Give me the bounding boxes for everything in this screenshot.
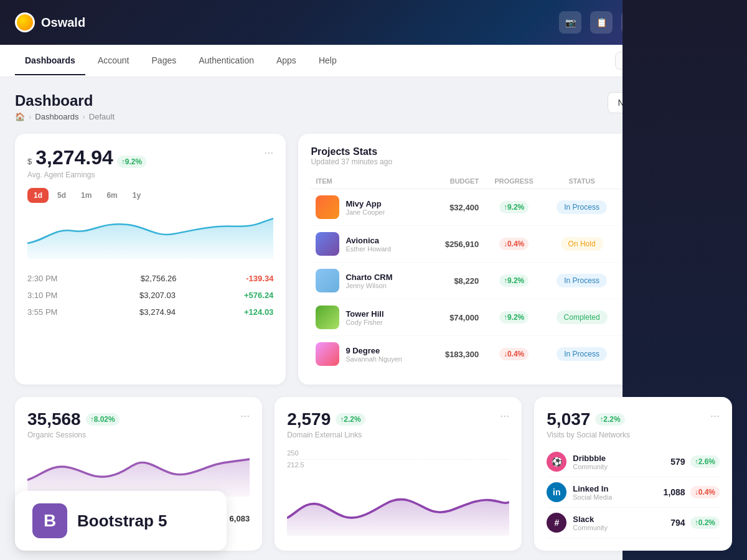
project-view: → — [685, 189, 720, 226]
project-progress: ↓0.4% — [484, 336, 544, 373]
nav-help[interactable]: Help — [309, 47, 347, 75]
project-name: Tower Hill — [345, 309, 383, 319]
projects-table: ITEM BUDGET PROGRESS STATUS CHART VIEW M… — [311, 174, 720, 372]
main-grid-row1: $ 3,274.94 ↑9.2% Avg. Agent Earnings ···… — [15, 134, 732, 385]
page-body: Dashboard 🏠 › Dashboards › Default New P… — [0, 77, 747, 560]
earnings-data-rows: 2:30 PM $2,756.26 -139.34 3:10 PM $3,207… — [27, 270, 273, 320]
filter-5d[interactable]: 5d — [51, 188, 72, 203]
project-thumbnail — [316, 195, 339, 219]
project-thumbnail — [316, 269, 339, 292]
user-avatar[interactable] — [652, 11, 675, 34]
status-badge: On Hold — [561, 237, 603, 251]
social-network-name: Linked In — [573, 484, 612, 493]
filter-1m[interactable]: 1m — [75, 188, 98, 203]
project-info: 9 Degree Savannah Nguyen — [345, 346, 402, 363]
page-title: Dashboard — [15, 92, 115, 110]
filter-6m[interactable]: 6m — [100, 188, 123, 203]
view-button[interactable]: → — [690, 345, 708, 363]
project-thumbnail — [316, 342, 339, 366]
page-header: Dashboard 🏠 › Dashboards › Default New P… — [15, 92, 732, 121]
earnings-more-icon[interactable]: ··· — [264, 146, 273, 159]
data-row-2: 3:10 PM $3,207.03 +576.24 — [27, 287, 273, 304]
project-budget: $8,220 — [430, 263, 484, 299]
domain-y-max: 250 — [287, 449, 298, 457]
project-info: Mivy App Jane Cooper — [345, 199, 385, 216]
project-info: Tower Hill Cody Fisher — [345, 309, 383, 326]
social-network-type: Community — [573, 524, 608, 531]
top-navbar: Oswald 📷 📋 🔗 + Invite — [0, 0, 747, 45]
status-badge: In Process — [557, 274, 607, 287]
data-row-3: 3:55 PM $3,274.94 +124.03 — [27, 304, 273, 320]
domain-number: 2,579 — [287, 409, 331, 429]
table-row: 9 Degree Savannah Nguyen $183,300 ↓0.4% … — [311, 336, 720, 373]
breadcrumb-dashboards[interactable]: Dashboards — [35, 112, 78, 121]
social-count: 1,088 — [664, 487, 685, 497]
search-input[interactable] — [637, 56, 724, 65]
share-icon[interactable]: 🔗 — [621, 11, 644, 34]
nav-account[interactable]: Account — [88, 47, 139, 75]
organic-more-icon[interactable]: ··· — [240, 409, 250, 422]
filter-1d[interactable]: 1d — [27, 188, 49, 203]
status-badge: Completed — [557, 310, 608, 324]
project-status: In Process — [544, 189, 619, 226]
domain-card: 2,579 ↑2.2% Domain External Links ··· 25… — [275, 397, 522, 551]
social-change: ↑2.6% — [690, 455, 720, 468]
col-budget: BUDGET — [430, 174, 484, 189]
project-progress: ↑9.2% — [484, 263, 544, 299]
col-item: ITEM — [311, 174, 430, 189]
nav-pages[interactable]: Pages — [142, 47, 187, 75]
bootstrap-icon: B — [32, 503, 67, 538]
new-project-button[interactable]: New Project — [608, 92, 675, 113]
table-row: Tower Hill Cody Fisher $74,000 ↑9.2% Com… — [311, 299, 720, 336]
clipboard-icon[interactable]: 📋 — [590, 11, 613, 34]
social-count: 579 — [670, 457, 685, 467]
earnings-badge: ↑9.2% — [117, 156, 146, 168]
social-item-right: 794 ↑0.2% — [670, 516, 720, 529]
logo-icon — [15, 12, 35, 32]
view-button[interactable]: → — [690, 272, 708, 289]
history-button[interactable]: History — [680, 146, 720, 162]
camera-icon[interactable]: 📷 — [559, 11, 581, 34]
project-name: Charto CRM — [345, 273, 392, 282]
secondary-navbar: Dashboards Account Pages Authentication … — [0, 45, 747, 77]
nav-dashboards[interactable]: Dashboards — [15, 47, 85, 75]
social-item: # Slack Community 794 ↑0.2% — [547, 508, 720, 538]
col-chart: CHART — [619, 174, 685, 189]
organic-header: 35,568 ↑8.02% Organic Sessions ··· — [27, 409, 250, 439]
project-person: Savannah Nguyen — [345, 355, 402, 363]
project-status: In Process — [544, 263, 619, 299]
project-item: Avionica Esther Howard — [316, 232, 425, 256]
invite-button[interactable]: + Invite — [684, 12, 732, 32]
view-button[interactable]: → — [690, 198, 708, 216]
projects-title: Projects Stats — [311, 146, 392, 157]
domain-more-icon[interactable]: ··· — [500, 409, 509, 422]
header-left: Dashboard 🏠 › Dashboards › Default — [15, 92, 115, 121]
project-name: 9 Degree — [345, 346, 402, 355]
social-network-name: Dribbble — [573, 454, 608, 463]
filter-1y[interactable]: 1y — [126, 188, 147, 203]
mini-chart — [631, 309, 674, 324]
earnings-amount-row: $ 3,274.94 ↑9.2% — [27, 146, 146, 169]
project-person: Cody Fisher — [345, 319, 383, 326]
view-button[interactable]: → — [690, 309, 708, 326]
row1-change: -139.34 — [246, 274, 273, 283]
nav-apps[interactable]: Apps — [266, 47, 306, 75]
table-header-row: ITEM BUDGET PROGRESS STATUS CHART VIEW — [311, 174, 720, 189]
reports-button[interactable]: Reports — [682, 92, 732, 113]
data-row-1: 2:30 PM $2,756.26 -139.34 — [27, 270, 273, 287]
organic-subtitle: Organic Sessions — [27, 431, 120, 439]
nav-items: Dashboards Account Pages Authentication … — [15, 47, 347, 75]
earnings-amount: 3,274.94 — [35, 146, 113, 169]
project-thumbnail — [316, 232, 339, 256]
progress-badge: ↑9.2% — [499, 311, 529, 324]
social-item-right: 579 ↑2.6% — [670, 455, 720, 468]
nav-authentication[interactable]: Authentication — [189, 47, 264, 75]
view-button[interactable]: → — [690, 235, 708, 253]
social-stat-row: 5,037 ↑2.2% — [547, 409, 630, 429]
search-box[interactable]: 🔍 — [615, 52, 732, 70]
social-network-icon: ⚽ — [547, 452, 566, 472]
header-actions: New Project Reports — [608, 92, 733, 113]
social-stat: 5,037 ↑2.2% Visits by Social Networks — [547, 409, 630, 439]
project-status: Completed — [544, 299, 619, 336]
social-more-icon[interactable]: ··· — [710, 409, 720, 422]
